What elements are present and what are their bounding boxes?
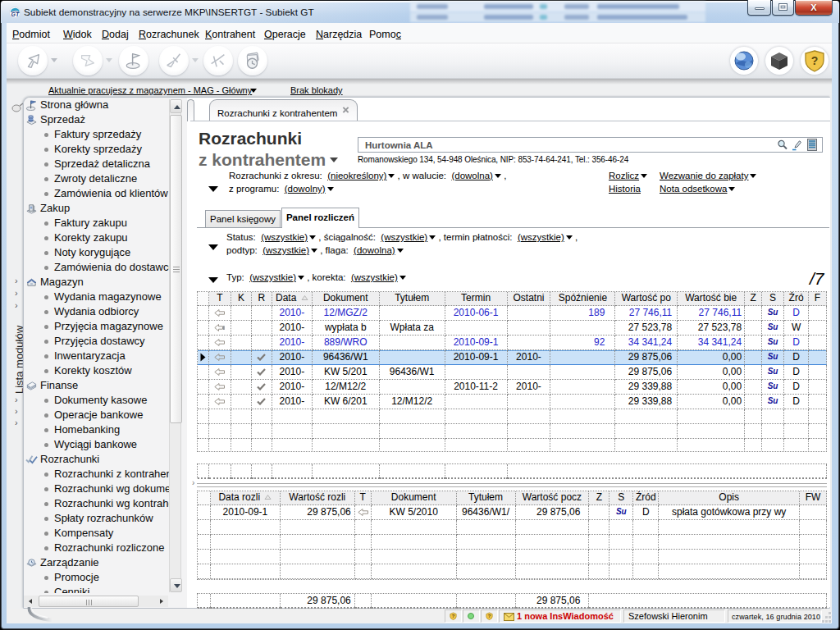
- svg-text:?: ?: [452, 614, 455, 619]
- svg-text:?: ?: [811, 54, 819, 67]
- svg-text:?: ?: [488, 614, 491, 619]
- svg-text:GT: GT: [11, 11, 19, 17]
